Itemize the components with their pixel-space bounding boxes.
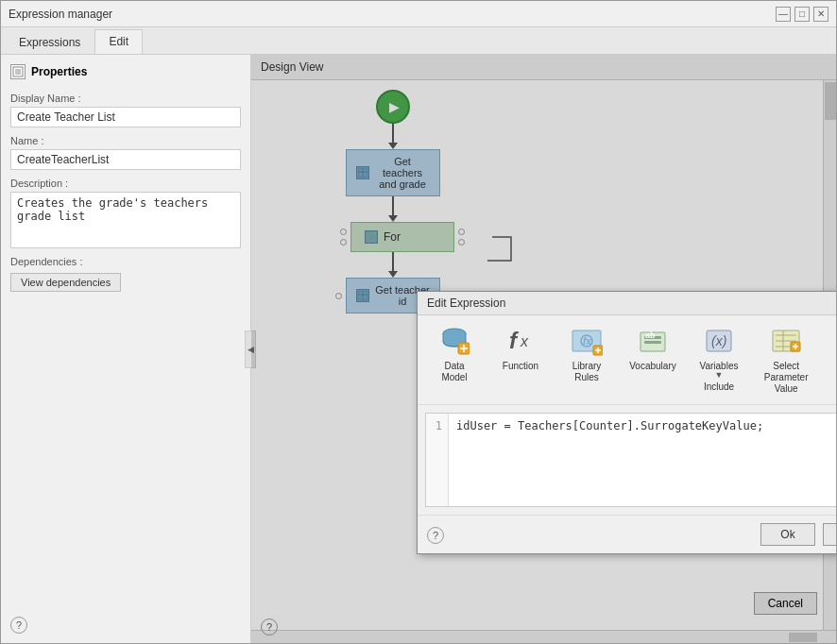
library-rules-button[interactable]: fx LibraryRules [563,325,610,383]
data-model-label: DataModel [441,361,467,383]
name-group: Name : [10,135,241,170]
syntax-validation-button[interactable]: Syntax and referencesvalidation [829,325,836,395]
code-content[interactable]: idUser = Teachers[Counter].SurrogateKeyV… [449,414,836,506]
tab-edit[interactable]: Edit [94,29,143,54]
library-icon: fx [571,325,603,357]
svg-rect-26 [644,341,661,344]
ok-button[interactable]: Ok [760,523,814,546]
title-bar-controls: — □ ✕ [776,7,828,22]
description-group: Description : Creates the grade's teache… [10,178,241,248]
select-param-label: Select ParameterValue [761,361,811,395]
name-input[interactable] [10,149,241,170]
display-name-group: Display Name : [10,93,241,127]
edit-expression-modal: Edit Expression — □ ✕ [417,291,836,554]
main-content: Properties Display Name : Name : Descrip… [1,55,836,643]
code-editor[interactable]: 1 idUser = Teachers[Counter].SurrogateKe… [425,413,836,507]
line-numbers: 1 [426,414,449,506]
description-label: Description : [10,178,241,189]
svg-text:fx: fx [583,336,591,347]
properties-icon [10,64,26,79]
dependencies-group: Dependencies : View dependencies [10,256,241,292]
modal-help-icon[interactable]: ? [427,527,444,544]
modal-title: Edit Expression [427,297,505,310]
maximize-button[interactable]: □ [794,7,810,22]
window-title: Expression manager [9,8,112,21]
description-textarea[interactable]: Creates the grade's teachers grade list [10,192,241,248]
include-label: Include [704,381,734,392]
right-panel: Design View [251,55,836,643]
main-window: Expression manager — □ ✕ Expressions Edi… [0,0,837,644]
modal-toolbar: DataModel f x Function [418,315,836,405]
vocabulary-icon: ab [637,325,669,357]
function-icon: f x [504,325,537,357]
view-dependencies-button[interactable]: View dependencies [10,273,121,292]
modal-title-bar: Edit Expression — □ ✕ [418,292,836,315]
footer-right: Ok Cancel [760,523,836,546]
close-button[interactable]: ✕ [813,7,828,22]
dependencies-label: Dependencies : [10,256,241,267]
select-parameter-button[interactable]: Select ParameterValue [761,325,811,395]
line-number-1: 1 [432,419,442,432]
help-icon[interactable]: ? [10,617,27,634]
database-icon [438,325,470,357]
cancel-button[interactable]: Cancel [823,523,836,546]
svg-text:(x): (x) [711,333,726,348]
code-line-1: idUser = Teachers[Counter].SurrogateKeyV… [456,419,836,432]
svg-text:ab: ab [645,330,656,340]
syntax-label: Syntax and referencesvalidation [829,361,836,395]
vocabulary-button[interactable]: ab Vocabulary [629,325,676,372]
function-label: Function [503,361,538,372]
properties-header: Properties [10,64,241,79]
name-label: Name : [10,135,241,146]
library-rules-label: LibraryRules [572,361,602,383]
minimize-button[interactable]: — [776,7,791,22]
variables-icon: (x) [703,325,735,357]
properties-label: Properties [31,65,87,78]
function-button[interactable]: f x Function [497,325,544,372]
title-bar: Expression manager — □ ✕ [1,1,836,27]
tab-expressions[interactable]: Expressions [5,30,94,54]
display-name-input[interactable] [10,107,241,127]
display-name-label: Display Name : [10,93,241,104]
svg-text:x: x [520,333,529,349]
modal-footer: ? Ok Cancel [418,515,836,553]
svg-text:f: f [509,328,519,353]
data-model-button[interactable]: DataModel [431,325,478,383]
variables-dropdown-arrow[interactable]: ▼ [715,370,724,380]
vocabulary-label: Vocabulary [629,361,675,372]
left-panel: Properties Display Name : Name : Descrip… [1,55,251,643]
variables-group: (x) Variables ▼ Include [695,325,743,392]
tabs-bar: Expressions Edit [1,27,836,55]
variables-button[interactable]: (x) Variables [695,325,743,372]
select-param-icon [770,325,802,357]
